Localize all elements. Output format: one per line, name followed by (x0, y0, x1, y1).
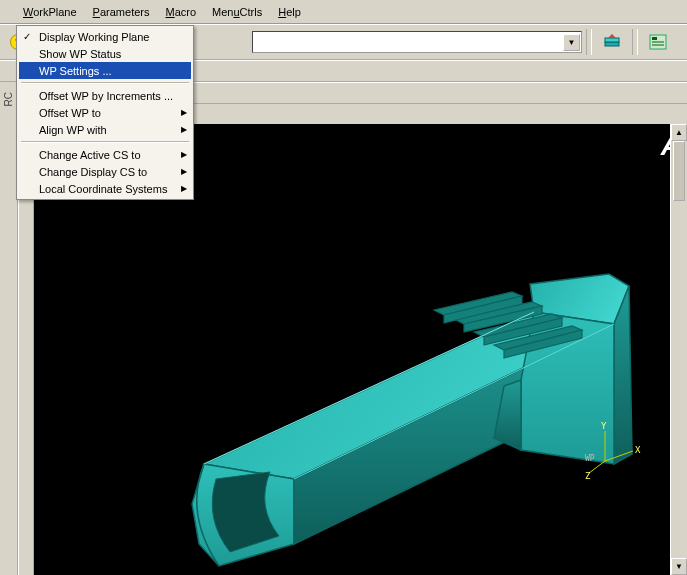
scroll-thumb[interactable] (673, 141, 685, 201)
menu-item-label: Offset WP to (39, 107, 101, 119)
svg-rect-3 (652, 37, 657, 40)
viewport-scrollbar[interactable]: ▲ ▼ (670, 124, 687, 575)
submenu-arrow-icon: ▶ (181, 150, 187, 159)
menu-item-change-active-cs[interactable]: Change Active CS to ▶ (19, 146, 191, 163)
scroll-down-button[interactable]: ▼ (671, 558, 687, 575)
axis-z-label: Z (585, 471, 591, 481)
svg-rect-1 (605, 38, 619, 42)
menu-item-label: Show WP Status (39, 48, 121, 60)
menu-item-local-cs[interactable]: Local Coordinate Systems ▶ (19, 180, 191, 197)
menu-separator (21, 141, 189, 143)
toolbar-separator (586, 29, 592, 55)
toolbar-button-1[interactable] (598, 29, 626, 55)
menu-item-label: Change Display CS to (39, 166, 147, 178)
left-panel-label: RC (3, 92, 14, 106)
submenu-arrow-icon: ▶ (181, 108, 187, 117)
menu-separator (21, 82, 189, 84)
stack-icon (602, 32, 622, 52)
axis-wp-label: WP (585, 454, 595, 463)
combo-dropdown-button[interactable]: ▼ (563, 34, 580, 51)
menu-item-label: Display Working Plane (39, 31, 149, 43)
menu-item-label: Local Coordinate Systems (39, 183, 167, 195)
menu-item-label: WP Settings ... (39, 65, 112, 77)
workplane-menu: ✓ Display Working Plane Show WP Status W… (16, 25, 194, 200)
menu-label: acro (175, 6, 196, 18)
menu-item-label: Align WP with (39, 124, 107, 136)
submenu-arrow-icon: ▶ (181, 184, 187, 193)
axis-y-label: Y (601, 421, 607, 431)
svg-line-23 (605, 451, 633, 461)
menu-item-offset-wp-to[interactable]: Offset WP to ▶ (19, 104, 191, 121)
menu-item-show-wp-status[interactable]: Show WP Status (19, 45, 191, 62)
menu-label: orkPlane (33, 6, 76, 18)
menu-label: arameters (100, 6, 150, 18)
menu-label: Ctrls (240, 6, 263, 18)
menu-menuctrls[interactable]: MenuCtrls (204, 3, 270, 21)
menubar: WorkPlane Parameters Macro MenuCtrls Hel… (0, 0, 687, 24)
menu-item-wp-settings[interactable]: WP Settings ... (19, 62, 191, 79)
axis-triad: X Y Z WP (585, 421, 645, 483)
submenu-arrow-icon: ▶ (181, 125, 187, 134)
sheet-icon (648, 32, 668, 52)
toolbar-button-2[interactable] (644, 29, 672, 55)
menu-item-label: Offset WP by Increments ... (39, 90, 173, 102)
axis-x-label: X (635, 445, 641, 455)
toolbar-separator (632, 29, 638, 55)
menu-macro[interactable]: Macro (157, 3, 204, 21)
menu-item-label: Change Active CS to (39, 149, 141, 161)
menu-item-display-working-plane[interactable]: ✓ Display Working Plane (19, 28, 191, 45)
submenu-arrow-icon: ▶ (181, 167, 187, 176)
menu-item-offset-wp-increments[interactable]: Offset WP by Increments ... (19, 87, 191, 104)
menu-item-change-display-cs[interactable]: Change Display CS to ▶ (19, 163, 191, 180)
menu-item-align-wp-with[interactable]: Align WP with ▶ (19, 121, 191, 138)
menu-parameters[interactable]: Parameters (85, 3, 158, 21)
menu-workplane[interactable]: WorkPlane (15, 3, 85, 21)
svg-rect-0 (605, 42, 619, 46)
material-combo[interactable]: ▼ (252, 31, 582, 53)
menu-help[interactable]: Help (270, 3, 309, 21)
check-icon: ✓ (23, 31, 31, 42)
menu-label: elp (286, 6, 301, 18)
scroll-up-button[interactable]: ▲ (671, 124, 687, 141)
